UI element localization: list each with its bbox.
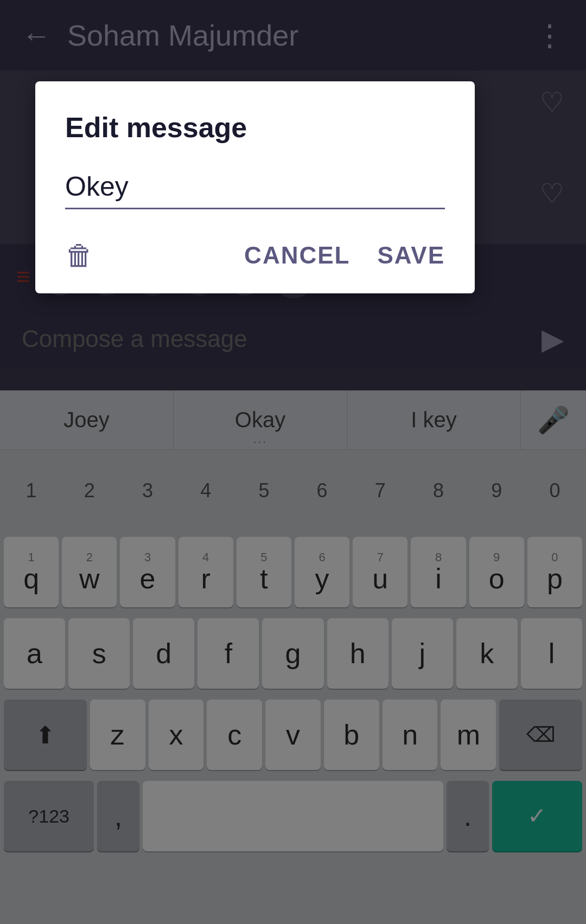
dialog-input-container bbox=[65, 171, 445, 209]
save-button[interactable]: SAVE bbox=[377, 242, 445, 269]
cancel-button[interactable]: CANCEL bbox=[244, 242, 350, 269]
edit-message-dialog: Edit message 🗑 CANCEL SAVE bbox=[35, 81, 475, 293]
delete-button[interactable]: 🗑 bbox=[65, 239, 93, 272]
message-edit-input[interactable] bbox=[65, 171, 445, 209]
dialog-title: Edit message bbox=[65, 111, 445, 144]
dialog-actions: 🗑 CANCEL SAVE bbox=[65, 239, 445, 272]
dialog-action-buttons: CANCEL SAVE bbox=[244, 242, 445, 269]
